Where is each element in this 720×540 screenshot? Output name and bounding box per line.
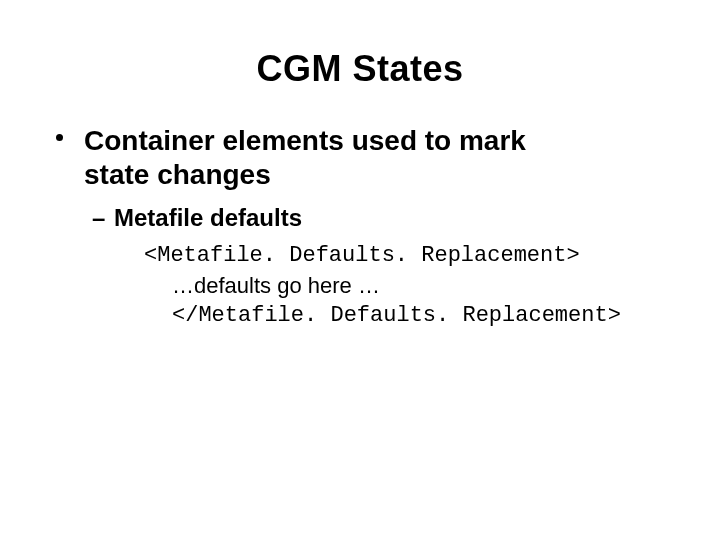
bullet-2-text: Metafile defaults	[114, 204, 302, 231]
bullet-level-1: Container elements used to mark state ch…	[48, 124, 672, 191]
bullet-1-line-1: Container elements used to mark	[84, 125, 526, 156]
code-example: <Metafile. Defaults. Replacement> …defau…	[48, 241, 672, 330]
bullet-level-2: – Metafile defaults	[48, 203, 672, 233]
slide-body: Container elements used to mark state ch…	[0, 90, 720, 330]
code-open-tag: <Metafile. Defaults. Replacement>	[144, 241, 672, 271]
slide-title: CGM States	[0, 0, 720, 90]
code-close-tag: </Metafile. Defaults. Replacement>	[144, 301, 672, 331]
code-body: …defaults go here …	[144, 271, 672, 301]
bullet-dot-icon	[56, 134, 63, 141]
bullet-dash-icon: –	[92, 203, 105, 233]
slide: CGM States Container elements used to ma…	[0, 0, 720, 540]
bullet-1-line-2: state changes	[84, 159, 271, 190]
